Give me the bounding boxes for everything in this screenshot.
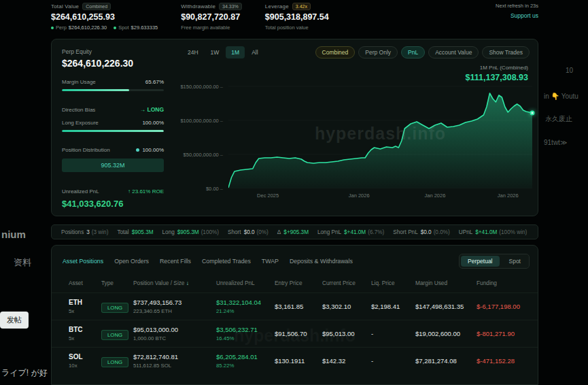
unrealized-pnl-cell: $31,322,104.0421.24% [216, 299, 275, 314]
view-button-combined[interactable]: Combined [315, 46, 356, 58]
x-tick-label: Jan 2026 [425, 192, 446, 199]
unrealized-pnl: $3,506,232.71 [216, 326, 275, 333]
summary-item-short: Short$0.0(0%) [228, 229, 269, 235]
distribution-pct: 100.00% [142, 147, 164, 153]
distribution-dot-icon [136, 148, 139, 152]
background-fragment: nium [1, 229, 26, 240]
x-axis: Dec 2025Jan 2026Jan 2026Jan 2026 [228, 188, 532, 199]
total-value-amount: $264,610,255.93 [51, 12, 158, 22]
plot-area[interactable]: hyperdash.info [228, 78, 532, 188]
summary-extra: (100% win) [499, 229, 527, 235]
funding-cell: $-801,271.90 [477, 330, 532, 337]
unrealized-pnl: $6,205,284.01 [216, 353, 275, 361]
table-tabs: Asset PositionsOpen OrdersRecent FillsCo… [63, 258, 353, 265]
portfolio-card: Perp Equity $264,610,226.30 Margin Usage… [51, 39, 538, 216]
perp-value: $264,610,226.30 [69, 24, 107, 31]
summary-extra: (100%) [201, 229, 219, 235]
summary-label: Long PnL [317, 229, 341, 235]
position-distribution-value: 100.00% [136, 147, 164, 153]
unrealized-pnl: $31,322,104.04 [216, 299, 275, 306]
current-price-cell-value: $95,013.00 [322, 330, 371, 337]
leverage-sub: Total position value [265, 24, 329, 31]
margin-usage-value: 65.67% [145, 79, 164, 85]
summary-extra: (0%) [257, 229, 269, 235]
tab-completed-trades[interactable]: Completed Trades [202, 258, 251, 265]
position-distribution-label: Position Distribution [62, 147, 110, 153]
funding-value: $-471,152.28 [477, 357, 532, 365]
chart-end-marker [530, 111, 535, 116]
view-button-show-trades[interactable]: Show Trades [482, 46, 530, 58]
position-size: 223,340.65 ETH [133, 308, 216, 314]
leverage-stat: Leverage 3.42x $905,318,897.54 Total pos… [265, 3, 329, 31]
column-header-funding[interactable]: Funding [477, 280, 532, 286]
position-value: $95,013,000.00 [133, 326, 216, 333]
summary-item-upnl: UPnL$+41.0M(100% win) [459, 229, 528, 235]
margin-used-cell: $19,002,600.00 [415, 330, 477, 337]
asset-cell: ETH5x [69, 299, 101, 314]
view-toggle-group: CombinedPerp OnlyPnLAccount ValueShow Tr… [315, 46, 530, 58]
background-fragment: in 👇 Youtu [544, 93, 578, 100]
tab-open-orders[interactable]: Open Orders [114, 258, 149, 265]
asset-leverage: 10x [69, 363, 101, 369]
summary-item-delta: Δ$+905.3M [277, 229, 309, 235]
summary-label: UPnL [459, 229, 472, 235]
position-value: $737,493,156.73 [133, 299, 216, 306]
column-header-type[interactable]: Type [101, 280, 133, 286]
column-header-liq-price[interactable]: Liq. Price [371, 280, 415, 286]
column-header-margin-used[interactable]: Margin Used [415, 280, 477, 286]
view-button-pnl[interactable]: PnL [401, 46, 425, 58]
current-price-cell: $142.32 [322, 357, 371, 365]
table-row-sol[interactable]: SOL10xLONG$72,812,740.81511,612.85 SOL$6… [52, 347, 538, 374]
liq-price-cell: $2,198.41 [371, 303, 415, 310]
market-spot[interactable]: Spot [502, 256, 528, 267]
background-fragment: 10 [566, 67, 573, 74]
positions-summary-bar: Positions3(3 win)Total$905.3MLong$905.3M… [51, 224, 538, 239]
liq-price-cell: - [371, 330, 415, 337]
position-value: $72,812,740.81 [133, 353, 216, 361]
summary-value: 3 [86, 229, 90, 235]
tab-twap[interactable]: TWAP [262, 258, 279, 265]
range-button-1m[interactable]: 1M [226, 46, 245, 58]
y-tick-label: $150,000,000.00 [180, 84, 223, 90]
liq-price-cell: - [371, 357, 415, 365]
summary-value: $0.0 [244, 229, 255, 235]
view-button-account-value[interactable]: Account Value [428, 46, 479, 58]
range-button-1w[interactable]: 1W [205, 46, 225, 58]
roe-text: 23.61% ROE [132, 188, 164, 195]
long-exposure-value: 100.00% [142, 120, 164, 126]
withdrawable-pct-badge: 34.33% [219, 3, 242, 10]
column-header-asset[interactable]: Asset [69, 280, 101, 286]
support-us-link[interactable]: Support us [496, 12, 538, 19]
type-cell: LONG [101, 354, 133, 367]
refresh-block: Next refresh in 23s Support us [496, 3, 538, 19]
column-header-entry-price[interactable]: Entry Price [275, 280, 322, 286]
liq-price-cell-value: - [371, 357, 415, 365]
summary-value: $905.3M [177, 229, 199, 235]
distribution-bar[interactable]: 905.32M [62, 158, 164, 172]
time-range-group: 24H1W1MAll [182, 46, 264, 58]
funding-value: $-6,177,198.00 [477, 303, 532, 310]
tab-recent-fills[interactable]: Recent Fills [160, 258, 191, 265]
entry-price-cell: $130.1911 [275, 357, 322, 365]
table-row-eth[interactable]: ETH5xLONG$737,493,156.73223,340.65 ETH$3… [52, 292, 538, 320]
leverage-badge: 3.42x [292, 3, 311, 10]
range-button-24h[interactable]: 24H [182, 46, 204, 58]
asset-cell: BTC5x [69, 326, 101, 341]
tab-asset-positions[interactable]: Asset Positions [63, 258, 103, 265]
withdrawable-amount: $90,827,720.87 [181, 12, 242, 22]
plot-row: $150,000,000.00$100,000,000.00$50,000,00… [174, 78, 538, 188]
leverage-amount: $905,318,897.54 [265, 12, 329, 22]
summary-item-positions: Positions3(3 win) [61, 229, 108, 235]
market-perpetual[interactable]: Perpetual [461, 256, 499, 267]
table-row-btc[interactable]: BTC5xLONG$95,013,000.001,000.00 BTC$3,50… [52, 320, 538, 347]
view-button-perp-only[interactable]: Perp Only [358, 46, 398, 58]
column-header-unrealized-pnl[interactable]: Unrealized PnL [216, 280, 275, 286]
range-button-all[interactable]: All [246, 46, 263, 58]
tab-deposits-withdrawals[interactable]: Deposits & Withdrawals [290, 258, 353, 265]
long-exposure-label: Long Exposure [62, 120, 99, 126]
column-header-position-value-size[interactable]: Position Value / Size ↓ [133, 280, 216, 286]
asset-leverage: 5x [69, 335, 101, 341]
type-cell: LONG [101, 300, 133, 313]
funding-cell: $-6,177,198.00 [477, 303, 532, 310]
column-header-current-price[interactable]: Current Price [322, 280, 371, 286]
